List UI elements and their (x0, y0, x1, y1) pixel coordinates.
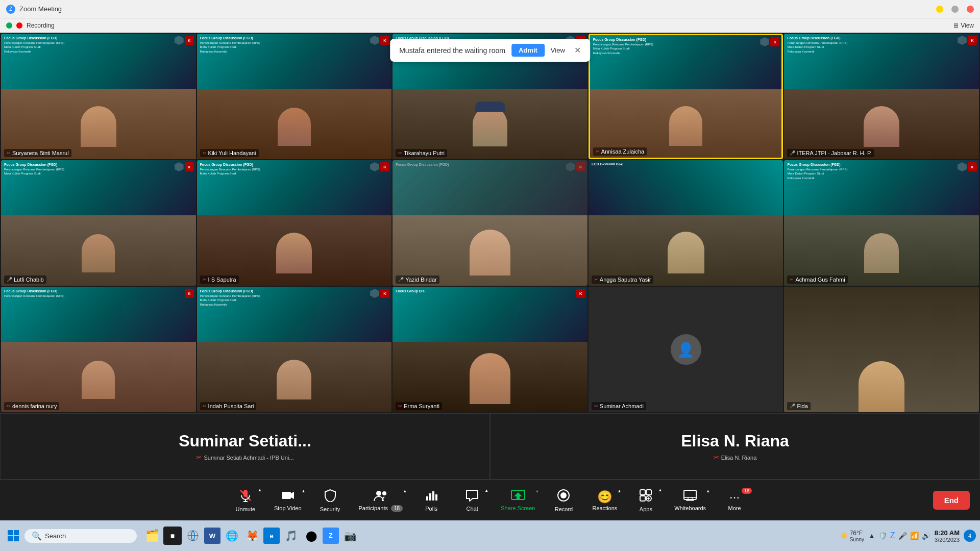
taskbar-right: ☀️ 76°F Sunny ▲ 🛡️ Z 🎤 📶 🔊 8:20 AM 3/20/… (840, 529, 976, 543)
participant-name-12: ✂ Indah Puspita Sari (200, 402, 257, 410)
taskbar-app-word[interactable]: W (204, 528, 220, 544)
taskbar-app-firefox[interactable]: 🦊 (243, 527, 261, 545)
user-number-badge: 4 (964, 530, 976, 542)
taskbar-app-spotify[interactable]: 🎵 (282, 527, 300, 545)
mic-muted-icon-14: ✂ (594, 404, 598, 409)
split-cell-1: Suminar Setiati... ✂ Suminar Setiati Ach… (0, 413, 490, 480)
arrow-up-icon[interactable]: ▲ (868, 532, 875, 540)
clock-date: 3/20/2023 (935, 537, 960, 543)
svg-rect-17 (646, 490, 651, 495)
svg-rect-8 (426, 496, 428, 500)
admit-button[interactable]: Admit (511, 44, 545, 57)
svg-rect-29 (8, 536, 13, 541)
zoom-tray-icon[interactable]: Z (890, 531, 895, 540)
security-label: Security (320, 506, 340, 512)
whiteboards-button[interactable]: ▲ Whiteboards (666, 487, 714, 514)
chat-button[interactable]: ▲ Chat (452, 486, 493, 515)
search-bar[interactable]: 🔍 Search (24, 529, 137, 543)
whiteboards-label: Whiteboards (674, 505, 706, 511)
polls-label: Polls (425, 506, 437, 512)
participant-name-3: ✂ Tikarahayu Putri (396, 149, 447, 157)
maximize-button[interactable] (951, 6, 959, 13)
end-button[interactable]: End (933, 491, 970, 510)
taskbar-app-camera[interactable]: 📷 (341, 527, 359, 545)
app-icon: Z (6, 5, 15, 14)
share-screen-label: Share Screen (501, 505, 535, 511)
apps-chevron[interactable]: ▲ (658, 488, 662, 492)
start-button[interactable] (4, 527, 22, 545)
chat-label: Chat (467, 506, 478, 512)
main-video-area: Mustafa entered the waiting room Admit V… (0, 33, 980, 480)
stop-video-button[interactable]: ▲ Stop Video (266, 487, 310, 514)
participants-button[interactable]: ▲ Participants 18 (351, 487, 411, 514)
record-button[interactable]: Record (543, 486, 584, 515)
taskbar-app-terminal[interactable]: ■ (163, 527, 182, 545)
status-dot (6, 22, 12, 29)
whiteboards-icon (683, 490, 697, 504)
weather-temp: 76°F (850, 530, 864, 537)
reactions-chevron[interactable]: ▲ (617, 489, 621, 493)
taskbar-app-zoom[interactable]: Z (323, 528, 339, 544)
view-button[interactable]: ⊞ View (953, 22, 974, 29)
record-icon (557, 489, 570, 505)
polls-button[interactable]: Polls (411, 486, 452, 515)
volume-icon[interactable]: 🔊 (922, 532, 930, 540)
svg-rect-28 (14, 530, 19, 535)
svg-point-6 (376, 491, 381, 496)
taskbar-apps: 🗂️ ■ W 🌐 🦊 e 🎵 ⬤ Z 📷 (143, 527, 359, 545)
mic-muted-icon-3: ✂ (398, 151, 402, 156)
mic-muted-icon-10: ✂ (790, 277, 794, 282)
taskbar-app-chrome[interactable]: 🌐 (223, 527, 241, 545)
toolbar: ▲ Unmute ▲ Stop Video Security (0, 480, 980, 520)
more-button[interactable]: ··· 16 More (714, 487, 755, 514)
taskbar-app-edge[interactable]: e (263, 528, 280, 544)
bottom-split-view: Suminar Setiati... ✂ Suminar Setiati Ach… (0, 413, 980, 480)
mic-muted-icon-1: ✂ (7, 151, 11, 156)
share-screen-icon (511, 490, 525, 504)
video-cell-13: Focus Group Dis... K ✂ Erma Suryanti (393, 287, 587, 412)
participant-name-14: ✂ Suminar Achmadi (592, 402, 646, 410)
taskbar-app-explorer[interactable]: 🗂️ (143, 527, 161, 545)
share-screen-chevron[interactable]: ▲ (535, 489, 540, 493)
participant-name-6: 🎤 Lutfi Chabib (4, 276, 46, 284)
stop-video-chevron[interactable]: ▲ (302, 489, 306, 493)
participant-name-9: ✂ Angga Saputra Yasir (592, 276, 654, 284)
apps-label: Apps (640, 506, 652, 512)
reactions-button[interactable]: 😊 ▲ Reactions (584, 487, 625, 514)
video-cell-4: Focus Group Discussion (FGD) Perancangan… (589, 34, 783, 159)
whiteboards-chevron[interactable]: ▲ (706, 489, 710, 493)
participant-name-5: 🎤 ITERA JTPI - Jabosar R. H. P. (787, 149, 874, 157)
share-screen-button[interactable]: ▲ Share Screen (493, 487, 543, 514)
view-link[interactable]: View (551, 46, 565, 54)
mic-muted-icon-4: ✂ (596, 149, 600, 154)
svg-rect-4 (282, 492, 291, 499)
apps-button[interactable]: ▲ Apps (625, 486, 666, 515)
close-notification-icon[interactable]: ✕ (574, 45, 581, 55)
participants-chevron[interactable]: ▲ (403, 489, 407, 493)
taskbar-app-browser[interactable] (184, 527, 202, 545)
participants-label: Participants 18 (359, 505, 403, 511)
minimize-button[interactable] (936, 6, 943, 13)
video-cell-1: Focus Group Discussion (FGD) Perancangan… (1, 34, 196, 159)
mic-tray-icon[interactable]: 🎤 (898, 532, 907, 540)
chat-chevron[interactable]: ▲ (484, 488, 488, 493)
video-cell-7: Focus Group Discussion (FGD) Perancangan… (197, 160, 392, 286)
svg-rect-16 (640, 490, 645, 495)
close-button[interactable] (967, 6, 974, 13)
system-clock[interactable]: 8:20 AM 3/20/2023 (935, 529, 960, 543)
mic-muted-icon-2: ✂ (203, 151, 207, 156)
cam-off-avatar-14: 👤 (671, 334, 701, 365)
unmute-chevron[interactable]: ▲ (258, 488, 262, 492)
taskbar-app-chrome2[interactable]: ⬤ (302, 527, 321, 545)
recording-dot (16, 22, 22, 29)
weather-desc: Sunny (850, 537, 864, 542)
recording-label: Recording (27, 22, 55, 29)
security-button[interactable]: Security (310, 486, 351, 515)
svg-point-7 (382, 491, 386, 495)
title-bar: Z Zoom Meeting (0, 0, 980, 18)
weather-icon: ☀️ (840, 532, 848, 539)
unmute-button[interactable]: ▲ Unmute (225, 486, 266, 515)
svg-rect-10 (432, 491, 434, 500)
network-icon[interactable]: 📶 (910, 532, 919, 540)
split-cell-2: Elisa N. Riana ✂ Elisa N. Riana (490, 413, 980, 480)
